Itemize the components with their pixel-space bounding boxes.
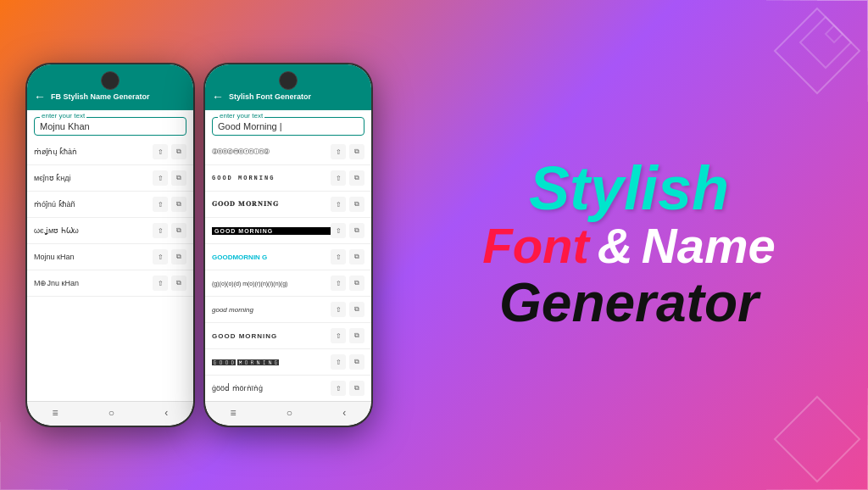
- item-actions: ⇧ ⧉: [331, 223, 364, 238]
- item-actions: ⇧ ⧉: [153, 249, 186, 264]
- share-icon[interactable]: ⇧: [153, 144, 168, 159]
- share-icon[interactable]: ⇧: [331, 249, 346, 264]
- copy-icon[interactable]: ⧉: [349, 381, 364, 396]
- list-item: ġööḋ ṁörṅïṅġ ⇧ ⧉: [205, 376, 371, 401]
- item-actions: ⇧ ⧉: [153, 170, 186, 186]
- tagline-font: Font: [482, 219, 589, 273]
- tagline-line2: Font & Name: [482, 219, 775, 273]
- share-icon[interactable]: ⇧: [331, 223, 346, 238]
- phone-1-input-label: enter your text: [40, 112, 86, 120]
- phone-2-title: Stylish Font Generator: [229, 92, 311, 101]
- phone-2-screen: ← Stylish Font Generator enter your text…: [205, 64, 371, 426]
- share-icon[interactable]: ⇧: [331, 381, 346, 396]
- copy-icon[interactable]: ⧉: [349, 170, 364, 186]
- phone-1-appbar: ← FB Stylish Name Generator: [27, 64, 193, 110]
- copy-icon[interactable]: ⧉: [171, 223, 186, 238]
- corner-decoration-bottom-left: [0, 422, 68, 490]
- list-item: Mojnu кHan ⇧ ⧉: [27, 244, 193, 270]
- list-item-text: ġööḋ ṁörṅïṅġ: [212, 384, 331, 393]
- share-icon[interactable]: ⇧: [153, 170, 168, 186]
- phone-1-back-button[interactable]: ←: [34, 90, 46, 103]
- share-icon[interactable]: ⇧: [153, 223, 168, 238]
- list-item-text: ⓖⓞⓞⓓ ⓜⓞⓡⓝⓘⓝⓖ: [212, 148, 331, 156]
- item-actions: ⇧ ⧉: [331, 328, 364, 343]
- nav-menu-icon[interactable]: ≡: [53, 407, 58, 419]
- list-item: ṁøĵṅų ƙħàṅ ⇧ ⧉: [27, 139, 193, 165]
- item-actions: ⇧ ⧉: [331, 197, 364, 212]
- tagline-generator: Generator: [482, 273, 775, 332]
- copy-icon[interactable]: ⧉: [171, 249, 186, 264]
- list-item-text: мєĵnʊ ƙнді: [34, 174, 153, 182]
- item-actions: ⇧ ⧉: [331, 381, 364, 396]
- tagline-stylish: Stylish: [482, 158, 775, 219]
- share-icon[interactable]: ⇧: [331, 170, 346, 186]
- copy-icon[interactable]: ⧉: [349, 276, 364, 291]
- phone-2-input-wrapper: enter your text Good Morning |: [212, 117, 364, 136]
- right-text-section: Stylish Font & Name Generator: [390, 141, 868, 349]
- share-icon[interactable]: ⇧: [331, 144, 346, 159]
- share-icon[interactable]: ⇧: [153, 197, 168, 212]
- list-item-text: good morning: [212, 306, 331, 314]
- copy-icon[interactable]: ⧉: [349, 197, 364, 212]
- list-item: GOOD MORNING ⇧ ⧉: [205, 218, 371, 244]
- copy-icon[interactable]: ⧉: [171, 144, 186, 159]
- corner-decoration-top-right: [766, 0, 868, 102]
- copy-icon[interactable]: ⧉: [171, 197, 186, 212]
- phone-2-input-value[interactable]: Good Morning |: [218, 120, 359, 131]
- phone-2-back-button[interactable]: ←: [212, 90, 224, 103]
- phones-container: ← FB Stylish Name Generator enter your t…: [0, 0, 390, 490]
- phone-2-input-label: enter your text: [218, 112, 264, 120]
- nav-home-icon[interactable]: ○: [287, 407, 292, 419]
- share-icon[interactable]: ⇧: [153, 276, 168, 291]
- item-actions: ⇧ ⧉: [331, 144, 364, 159]
- share-icon[interactable]: ⇧: [331, 328, 346, 343]
- share-icon[interactable]: ⇧: [153, 249, 168, 264]
- list-item: 𝐆𝐎𝐎𝐃 𝐌𝐎𝐑𝐍𝐈𝐍𝐆 ⇧ ⧉: [205, 192, 371, 218]
- phone-2: ← Stylish Font Generator enter your text…: [203, 63, 373, 427]
- list-item-text: ṁøĵṅų ƙħàṅ: [34, 148, 153, 156]
- list-item: мєĵnʊ ƙнді ⇧ ⧉: [27, 165, 193, 192]
- nav-back-icon[interactable]: ‹: [164, 407, 168, 419]
- list-item: (g)(o)(o)(d) m(o)(r)(n)(i)(n)(g) ⇧ ⧉: [205, 270, 371, 297]
- copy-icon[interactable]: ⧉: [349, 223, 364, 238]
- nav-menu-icon[interactable]: ≡: [231, 407, 236, 419]
- phone-1: ← FB Stylish Name Generator enter your t…: [25, 63, 195, 427]
- item-actions: ⇧ ⧉: [331, 354, 364, 370]
- list-item: M⊕Jnu кHan ⇧ ⧉: [27, 270, 193, 297]
- copy-icon[interactable]: ⧉: [171, 170, 186, 186]
- copy-icon[interactable]: ⧉: [349, 354, 364, 370]
- copy-icon[interactable]: ⧉: [349, 328, 364, 343]
- share-icon[interactable]: ⇧: [331, 354, 346, 370]
- list-item-text: M⊕Jnu кHan: [34, 279, 153, 287]
- item-actions: ⇧ ⧉: [331, 249, 364, 264]
- nav-back-icon[interactable]: ‹: [342, 407, 346, 419]
- phone-1-list: ṁøĵṅų ƙħàṅ ⇧ ⧉ мєĵnʊ ƙнді ⇧ ⧉ ṁóĵnú ƙħàñ: [27, 139, 193, 401]
- list-item: GOOD MORNING ⇧ ⧉: [205, 165, 371, 192]
- item-actions: ⇧ ⧉: [331, 302, 364, 317]
- share-icon[interactable]: ⇧: [331, 197, 346, 212]
- phone-1-input-wrapper: enter your text Mojnu Khan: [34, 117, 186, 136]
- list-item-text: 𝐆𝐎𝐎𝐃 𝐌𝐎𝐑𝐍𝐈𝐍𝐆: [212, 200, 331, 209]
- copy-icon[interactable]: ⧉: [171, 276, 186, 291]
- list-item: ωє.ʝмʊ ҺѠω ⇧ ⧉: [27, 218, 193, 244]
- item-actions: ⇧ ⧉: [153, 223, 186, 238]
- tagline-name: Name: [642, 219, 776, 273]
- nav-home-icon[interactable]: ○: [108, 407, 114, 419]
- item-actions: ⇧ ⧉: [153, 197, 186, 212]
- copy-icon[interactable]: ⧉: [349, 302, 364, 317]
- copy-icon[interactable]: ⧉: [349, 249, 364, 264]
- phone-2-input-section: enter your text Good Morning |: [205, 110, 371, 139]
- phone-1-title: FB Stylish Name Generator: [51, 92, 150, 101]
- list-item: ⓖⓞⓞⓓ ⓜⓞⓡⓝⓘⓝⓖ ⇧ ⧉: [205, 139, 371, 165]
- phone-1-screen: ← FB Stylish Name Generator enter your t…: [27, 64, 193, 426]
- share-icon[interactable]: ⇧: [331, 302, 346, 317]
- copy-icon[interactable]: ⧉: [349, 144, 364, 159]
- share-icon[interactable]: ⇧: [331, 276, 346, 291]
- corner-decoration-bottom-right: [766, 388, 868, 490]
- phone-2-list: ⓖⓞⓞⓓ ⓜⓞⓡⓝⓘⓝⓖ ⇧ ⧉ GOOD MORNING ⇧ ⧉ 𝐆𝐎𝐎𝐃 𝐌…: [205, 139, 371, 401]
- phone-1-bottom-nav: ≡ ○ ‹: [27, 401, 193, 426]
- list-item-text: ṁóĵnú ƙħàñ: [34, 200, 153, 209]
- phone-2-appbar: ← Stylish Font Generator: [205, 64, 371, 110]
- phone-1-input-section: enter your text Mojnu Khan: [27, 110, 193, 139]
- phone-1-input-value[interactable]: Mojnu Khan: [40, 120, 181, 131]
